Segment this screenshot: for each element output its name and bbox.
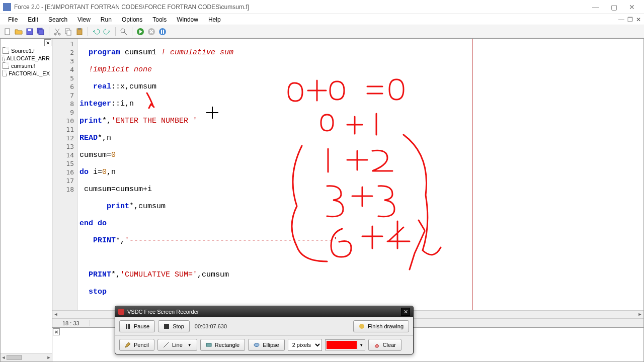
svg-point-22 — [359, 324, 364, 329]
menu-options[interactable]: Options — [117, 15, 147, 24]
svg-rect-4 — [39, 30, 44, 35]
toolbar — [0, 25, 644, 38]
run-icon[interactable] — [136, 27, 145, 36]
svg-point-25 — [254, 343, 259, 347]
svg-rect-10 — [78, 28, 81, 30]
pencil-tool-button[interactable]: Pencil — [119, 339, 154, 351]
menubar: File Edit Search View Run Options Tools … — [0, 14, 644, 25]
window-title: Force 2.0 - [E:\IMPORTANT FORTRAN CODES\… — [14, 4, 249, 11]
sidebar-hscroll[interactable]: ◄► — [1, 353, 52, 361]
output-close-icon[interactable]: ✕ — [53, 328, 60, 335]
recorder-titlebar[interactable]: VSDC Free Screen Recorder ✕ — [115, 306, 413, 317]
menu-edit[interactable]: Edit — [23, 15, 43, 24]
pause-button[interactable]: Pause — [119, 320, 155, 332]
svg-rect-19 — [126, 324, 127, 329]
svg-rect-0 — [5, 29, 10, 35]
new-file-icon[interactable] — [3, 27, 12, 36]
file-label: Source1.f — [11, 48, 35, 54]
svg-rect-24 — [206, 343, 211, 346]
sidebar-close-icon[interactable]: ✕ — [44, 39, 51, 46]
clear-button[interactable]: Clear — [368, 339, 401, 351]
finish-drawing-button[interactable]: Finish drawing — [353, 320, 409, 332]
color-swatch — [327, 341, 357, 349]
menu-help[interactable]: Help — [203, 15, 226, 24]
pause-run-icon[interactable] — [158, 27, 167, 36]
cut-icon[interactable] — [53, 27, 62, 36]
close-button[interactable]: ✕ — [623, 2, 641, 12]
menu-view[interactable]: View — [72, 15, 96, 24]
window-titlebar: Force 2.0 - [E:\IMPORTANT FORTRAN CODES\… — [0, 0, 644, 14]
svg-rect-16 — [163, 30, 164, 34]
right-margin-line — [472, 39, 473, 310]
save-icon[interactable] — [25, 27, 34, 36]
file-icon — [3, 55, 5, 61]
pause-icon — [125, 323, 131, 329]
recorder-title: VSDC Free Screen Recorder — [127, 309, 199, 315]
app-icon — [3, 3, 11, 11]
ellipse-tool-button[interactable]: Ellipse — [248, 339, 284, 351]
file-item-allocate[interactable]: ALLOCATE_ARR — [1, 54, 52, 62]
file-item-cumsum[interactable]: cumsum.f — [1, 62, 52, 69]
save-all-icon[interactable] — [36, 27, 45, 36]
paste-icon[interactable] — [75, 27, 84, 36]
svg-rect-2 — [28, 29, 31, 31]
pencil-icon — [125, 342, 131, 348]
undo-icon[interactable] — [92, 27, 101, 36]
stop-button[interactable]: Stop — [158, 320, 190, 332]
file-icon — [3, 70, 7, 76]
menu-run[interactable]: Run — [96, 15, 117, 24]
svg-rect-15 — [161, 30, 162, 34]
svg-point-14 — [159, 28, 166, 35]
file-icon — [3, 47, 9, 54]
maximize-button[interactable]: ▢ — [605, 2, 623, 12]
line-gutter: 123456789101112131415161718 — [52, 39, 77, 310]
file-label: FACTORIAL_EX — [9, 70, 50, 76]
line-tool-button[interactable]: Line▼ — [157, 339, 197, 351]
file-item-source1[interactable]: Source1.f — [1, 47, 52, 54]
menu-search[interactable]: Search — [43, 15, 72, 24]
find-icon[interactable] — [119, 27, 128, 36]
clear-icon — [374, 342, 380, 348]
screen-recorder-panel[interactable]: VSDC Free Screen Recorder ✕ Pause Stop 0… — [115, 306, 414, 354]
minimize-button[interactable]: — — [587, 2, 605, 12]
recorder-app-icon — [118, 309, 124, 315]
rectangle-tool-button[interactable]: Rectangle — [200, 339, 246, 351]
recorder-close-icon[interactable]: ✕ — [401, 308, 410, 316]
svg-point-6 — [58, 33, 60, 35]
menu-window[interactable]: Window — [172, 15, 203, 24]
mdi-minimize-icon[interactable]: — — [618, 16, 624, 23]
ellipse-icon — [254, 342, 260, 348]
file-label: cumsum.f — [11, 63, 35, 69]
menu-tools[interactable]: Tools — [147, 15, 172, 24]
code-editor[interactable]: program cumsum1 ! cumulative sum !implic… — [77, 39, 643, 310]
file-explorer: ✕ Source1.f ALLOCATE_ARR cumsum.f FACTOR… — [0, 38, 52, 362]
svg-rect-20 — [128, 324, 130, 329]
mdi-close-icon[interactable]: ✕ — [636, 16, 641, 23]
recorder-time: 00:03:07.630 — [195, 323, 227, 329]
copy-icon[interactable] — [64, 27, 73, 36]
file-item-factorial[interactable]: FACTORIAL_EX — [1, 69, 52, 77]
finish-icon — [359, 323, 365, 329]
color-picker[interactable]: ▼ — [325, 339, 365, 350]
svg-point-5 — [54, 33, 56, 35]
stop-icon — [164, 323, 170, 329]
line-icon — [163, 342, 169, 348]
stop-run-icon[interactable] — [147, 27, 156, 36]
svg-rect-21 — [164, 324, 169, 329]
rectangle-icon — [206, 342, 212, 348]
line-width-select[interactable]: 2 pixels — [288, 339, 322, 351]
svg-line-23 — [164, 342, 169, 347]
open-file-icon[interactable] — [14, 27, 23, 36]
mdi-restore-icon[interactable]: ❐ — [627, 16, 633, 23]
dropdown-icon[interactable]: ▼ — [358, 340, 365, 350]
cursor-position: 18 : 33 — [52, 320, 90, 326]
redo-icon[interactable] — [103, 27, 112, 36]
svg-point-11 — [121, 29, 125, 33]
file-label: ALLOCATE_ARR — [7, 55, 50, 61]
svg-rect-8 — [67, 30, 71, 35]
menu-file[interactable]: File — [3, 15, 23, 24]
file-icon — [3, 62, 9, 69]
